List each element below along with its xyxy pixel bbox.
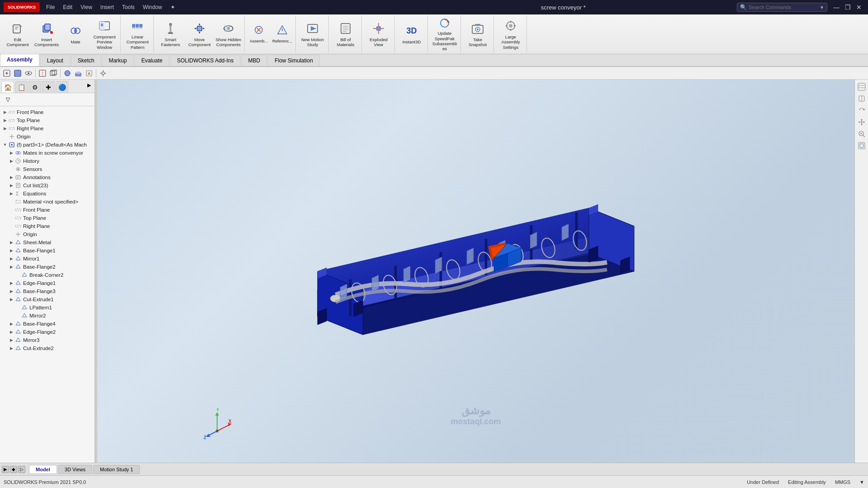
take-snapshot-button[interactable]: Take Snapshot <box>464 17 492 52</box>
view-normal-button[interactable] <box>856 93 867 104</box>
status-units-dropdown[interactable]: ▼ <box>859 479 864 485</box>
tab-markup[interactable]: Markup <box>102 55 133 66</box>
close-button[interactable]: ✕ <box>854 2 864 13</box>
bottom-tab-model[interactable]: Model <box>29 465 57 474</box>
tree-item-22[interactable]: ▶Base-Flange3 <box>0 287 95 295</box>
tree-icon[interactable]: ▶ <box>2 466 9 473</box>
tree-item-12[interactable]: Front Plane <box>0 206 95 214</box>
assembly-button[interactable]: Assemb... <box>247 17 270 52</box>
new-motion-study-button[interactable]: New Motion Study <box>299 17 327 52</box>
menu-edit[interactable]: Edit <box>59 3 76 12</box>
tree-item-1[interactable]: ▶Top Plane <box>0 116 95 124</box>
tree-item-29[interactable]: ▶Cut-Extrude2 <box>0 344 95 352</box>
tree-item-27[interactable]: ▶Edge-Flange2 <box>0 328 95 336</box>
lp-tab-tree[interactable]: 🏠 <box>1 81 14 93</box>
component-preview-button[interactable]: Component Preview Window <box>90 17 119 52</box>
hide-show-button[interactable] <box>24 68 33 78</box>
tab-flow-simulation[interactable]: Flow Simulation <box>268 55 320 66</box>
tree-item-5[interactable]: ▶Mates in screw convenyor <box>0 149 95 157</box>
bill-of-materials-button[interactable]: Bill of Materials <box>332 17 360 52</box>
tab-solidworks-addins[interactable]: SOLIDWORKS Add-Ins <box>170 55 240 66</box>
edit-component-button[interactable]: Edit Component <box>4 17 32 52</box>
tree-item-9[interactable]: ▶Cut list(23) <box>0 181 95 190</box>
search-input[interactable] <box>749 5 820 10</box>
bottom-tab-motion-study[interactable]: Motion Study 1 <box>93 465 140 474</box>
tab-layout[interactable]: Layout <box>40 55 70 66</box>
tab-mbd[interactable]: MBD <box>242 55 267 66</box>
show-hidden-button[interactable]: Show Hidden Components <box>214 17 242 52</box>
feature-tree[interactable]: ▶Front Plane▶Top Plane▶Right PlaneOrigin… <box>0 106 95 463</box>
tree-item-8[interactable]: ▶Annotations <box>0 173 95 181</box>
tab-evaluate[interactable]: Evaluate <box>134 55 169 66</box>
tree-item-13[interactable]: Top Plane <box>0 214 95 222</box>
config-icon[interactable]: ◆ <box>10 466 17 473</box>
exploded-view-button[interactable]: Exploded View <box>365 17 393 52</box>
tree-item-3[interactable]: Origin <box>0 133 95 141</box>
tab-sketch[interactable]: Sketch <box>71 55 101 66</box>
tree-item-26[interactable]: ▶Base-Flange4 <box>0 320 95 328</box>
tree-item-25[interactable]: Mirror2 <box>0 312 95 320</box>
display-settings-button[interactable] <box>98 68 108 78</box>
tree-item-23[interactable]: ▶Cut-Extrude1 <box>0 295 95 303</box>
tree-item-2[interactable]: ▶Right Plane <box>0 124 95 133</box>
tree-item-16[interactable]: ▶Sheet-Metal <box>0 238 95 246</box>
restore-button[interactable]: ❐ <box>842 2 853 13</box>
menu-window[interactable]: Window <box>139 3 166 12</box>
minimize-button[interactable]: — <box>831 2 842 13</box>
3d-viewport[interactable]: Y X Z موشق mostaql.com <box>97 80 854 463</box>
menu-more[interactable]: ✦ <box>167 3 179 12</box>
display-style-button[interactable] <box>13 68 23 78</box>
tree-item-4[interactable]: ▼(f) part3<1> (Default<As Mach <box>0 141 95 149</box>
tree-item-10[interactable]: ▶ΣEquations <box>0 190 95 198</box>
tree-item-14[interactable]: Right Plane <box>0 222 95 230</box>
tree-item-15[interactable]: Origin <box>0 230 95 238</box>
tree-item-20[interactable]: Break-Corner2 <box>0 271 95 279</box>
decals-button[interactable] <box>84 68 94 78</box>
tree-item-28[interactable]: ▶Mirror3 <box>0 336 95 344</box>
menu-tools[interactable]: Tools <box>119 3 138 12</box>
svg-rect-16 <box>169 23 172 26</box>
section-view-button[interactable] <box>38 68 47 78</box>
view-zoom-in-button[interactable] <box>856 128 867 139</box>
tree-item-19[interactable]: ▶Base-Flange2 <box>0 263 95 271</box>
tab-assembly[interactable]: Assembly <box>0 54 39 66</box>
menu-view[interactable]: View <box>77 3 96 12</box>
motion-icon[interactable]: ▷ <box>18 466 25 473</box>
tree-filter-button[interactable]: ▽ <box>4 95 12 104</box>
view-rotate-button[interactable] <box>856 105 867 116</box>
move-component-button[interactable]: Move Component <box>185 17 213 52</box>
view-orient-button[interactable] <box>2 68 12 78</box>
reference-button[interactable]: Referenc... <box>271 17 294 52</box>
mate-button[interactable]: Mate <box>62 17 90 52</box>
instant3d-button[interactable]: 3D Instant3D <box>398 17 426 52</box>
tree-item-17[interactable]: ▶Base-Flange1 <box>0 246 95 255</box>
insert-components-button[interactable]: Insert Components <box>33 17 61 52</box>
expand-panel-button[interactable]: ▶ <box>85 81 93 89</box>
tree-item-6[interactable]: ▶History <box>0 157 95 165</box>
view-zoom-fit-button[interactable] <box>856 140 867 151</box>
tree-item-21[interactable]: ▶Edge-Flange1 <box>0 279 95 287</box>
tree-item-18[interactable]: ▶Mirror1 <box>0 255 95 263</box>
lp-tab-config[interactable]: ⚙ <box>28 81 41 93</box>
menu-insert[interactable]: Insert <box>97 3 118 12</box>
lp-tab-dimbix[interactable]: ✚ <box>42 81 55 93</box>
view-pan-button[interactable] <box>856 117 867 128</box>
lp-tab-properties[interactable]: 📋 <box>15 81 28 93</box>
scene-button[interactable] <box>73 68 83 78</box>
menu-file[interactable]: File <box>43 3 58 12</box>
search-box[interactable]: 🔍 ▼ <box>737 3 827 12</box>
svg-rect-4 <box>45 24 50 30</box>
tree-item-11[interactable]: Material <not specified> <box>0 198 95 206</box>
tree-item-7[interactable]: Sensors <box>0 165 95 173</box>
large-assembly-button[interactable]: Large Assembly Settings <box>497 17 525 52</box>
view-zoom-button[interactable] <box>856 81 867 92</box>
appearances-button[interactable] <box>62 68 72 78</box>
update-speedpak-button[interactable]: Update SpeedPak Subassemblies <box>431 17 459 52</box>
tree-item-0[interactable]: ▶Front Plane <box>0 108 95 116</box>
smart-fasteners-button[interactable]: Smart Fasteners <box>157 17 185 52</box>
linear-pattern-button[interactable]: Linear Component Pattern <box>123 17 152 52</box>
tree-item-24[interactable]: LPattern1 <box>0 303 95 312</box>
bottom-tab-3d-views[interactable]: 3D Views <box>58 465 92 474</box>
lp-tab-display[interactable]: 🔵 <box>56 81 68 93</box>
wireframe-button[interactable] <box>48 68 58 78</box>
